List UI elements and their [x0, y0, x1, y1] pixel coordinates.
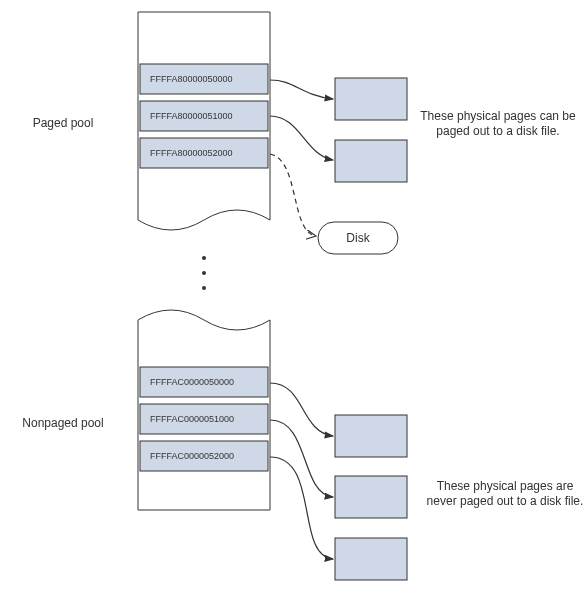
nonpaged-physical-page-0: [335, 415, 407, 457]
nonpaged-addr-1: FFFFAC0000051000: [150, 414, 234, 424]
svg-point-6: [202, 271, 206, 275]
arrow-paged-0: [270, 80, 333, 99]
paged-addr-cell-1: FFFFA80000051000: [140, 101, 268, 131]
paged-addr-2: FFFFA80000052000: [150, 148, 233, 158]
nonpaged-addr-0: FFFFAC0000050000: [150, 377, 234, 387]
nonpaged-caption-line1: These physical pages are: [437, 479, 574, 493]
nonpaged-physical-page-2: [335, 538, 407, 580]
paged-pool-label: Paged pool: [33, 116, 94, 130]
arrow-nonpaged-0: [270, 383, 333, 436]
arrow-paged-1: [270, 116, 333, 160]
paged-addr-1: FFFFA80000051000: [150, 111, 233, 121]
paged-physical-page-0: [335, 78, 407, 120]
paged-physical-page-1: [335, 140, 407, 182]
svg-point-7: [202, 286, 206, 290]
nonpaged-addr-cell-2: FFFFAC0000052000: [140, 441, 268, 471]
arrow-paged-disk: [270, 154, 316, 236]
disk-node: Disk: [318, 222, 398, 254]
arrow-nonpaged-2: [270, 457, 333, 559]
nonpaged-caption-line2: never paged out to a disk file.: [427, 494, 584, 508]
paged-addr-0: FFFFA80000050000: [150, 74, 233, 84]
paged-addr-cell-2: FFFFA80000052000: [140, 138, 268, 168]
ellipsis-dots: [202, 256, 206, 290]
nonpaged-physical-page-1: [335, 476, 407, 518]
paged-caption-line1: These physical pages can be: [420, 109, 576, 123]
nonpaged-addr-cell-0: FFFFAC0000050000: [140, 367, 268, 397]
nonpaged-pool-label: Nonpaged pool: [22, 416, 103, 430]
paged-caption-line2: paged out to a disk file.: [436, 124, 559, 138]
disk-label: Disk: [346, 231, 370, 245]
nonpaged-addr-2: FFFFAC0000052000: [150, 451, 234, 461]
svg-point-5: [202, 256, 206, 260]
paged-addr-cell-0: FFFFA80000050000: [140, 64, 268, 94]
nonpaged-addr-cell-1: FFFFAC0000051000: [140, 404, 268, 434]
